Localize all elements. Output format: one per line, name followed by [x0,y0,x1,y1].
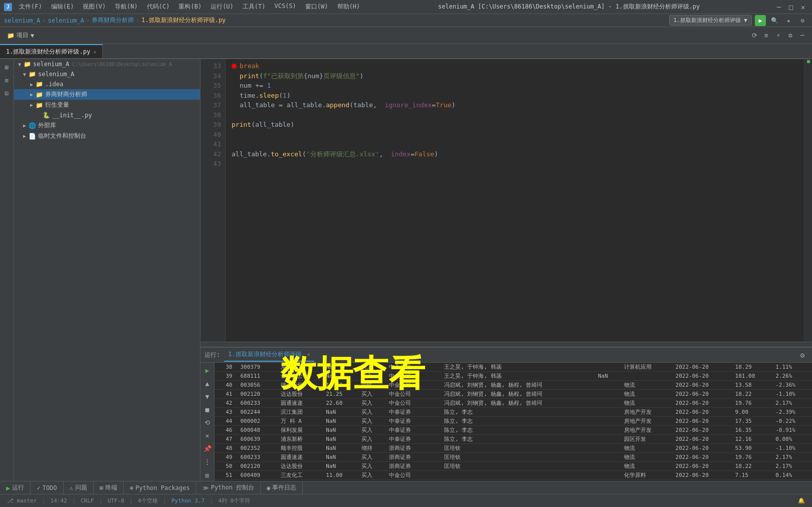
tree-item-selenium-a[interactable]: ▼ 📁 selenium_A [14,69,200,79]
status-chars[interactable]: 4列 0个字符 [215,497,253,504]
tree-label-external: 外部库 [38,121,56,130]
stop-icon[interactable]: ■ [202,404,213,415]
pin-icon[interactable]: 📌 [202,443,213,454]
collapse-icon[interactable]: ─ [797,30,808,41]
bottom-tab-terminal[interactable]: ⊞ 终端 [94,481,124,494]
bottom-tab-python-console[interactable]: ≫ Python 控制台 [196,481,261,494]
status-crlf[interactable]: CRLF [78,497,97,504]
settings-run-icon[interactable]: ⚙ [797,350,808,361]
run-button[interactable]: ▶ [755,15,766,26]
menu-run[interactable]: 运行(U) [207,2,238,12]
code-line-34: print(f"已获取到第{num}页评级信息") [232,71,798,81]
scroll-up-icon[interactable]: ▲ [202,378,213,389]
tree-label-root: selenium_A [33,61,69,68]
settings-button[interactable]: ⚙ [797,15,808,26]
run-config-dropdown[interactable]: 1.抓取新浪财经分析师评级 ▼ [669,15,752,26]
bottom-tab-terminal-label: 终端 [105,483,117,492]
bottom-tab-event-log[interactable]: ◉ 事件日志 [261,481,303,494]
sync-icon[interactable]: ⟳ [749,30,760,41]
run-tab-label: 1.抓取新浪财经分析师评级 [228,351,301,358]
table-row: 46600048保利发展NaN买入中泰证券陈立, 李志房地产开发2022-06-… [215,426,812,435]
tree-item-quanshang[interactable]: ▶ 📁 券商财商分析师 [14,89,200,100]
align-icon[interactable]: ≡ [761,30,772,41]
tree-arrow-yansheng: ▶ [28,102,35,109]
bottom-tab-run[interactable]: ▶ 运行 [0,481,31,494]
run-controls: 1.抓取新浪财经分析师评级 ▼ ▶ 🔍 ★ ⚙ [669,15,808,26]
bottom-tab-python-packages[interactable]: ⊕ Python Packages [124,481,196,494]
more-icon[interactable]: ⋮ [202,456,213,467]
status-indent[interactable]: 4个空格 [135,497,161,504]
minimize-button[interactable]: ─ [774,2,784,12]
gear-icon[interactable]: ⚙ [785,30,796,41]
horizontal-scrollbar[interactable] [200,342,812,347]
status-line-col[interactable]: 14:42 [48,497,70,504]
menu-code[interactable]: 代码(C) [143,2,174,12]
title-bar-menu: 文件(F) 编辑(E) 视图(V) 导航(N) 代码(C) 重构(B) 运行(U… [15,2,364,12]
project-text: 项目 [17,31,29,40]
breadcrumb-item-3[interactable]: 券商财商分析师 [92,16,134,25]
tree-item-external[interactable]: ▶ 🌐 外部库 [14,120,200,131]
close-button[interactable]: ✕ [798,2,808,12]
tree-label-yansheng: 衍生变量 [45,101,69,109]
tree-arrow-external: ▶ [21,122,28,129]
scroll-down-icon[interactable]: ▼ [202,391,213,402]
right-gutter [804,59,812,342]
menu-vcs[interactable]: VCS(S) [271,2,300,12]
status-python-version[interactable]: Python 3.7 [168,497,208,504]
menu-file[interactable]: 文件(F) [15,2,46,12]
python-packages-icon: ⊕ [130,484,133,491]
expand-run-icon[interactable]: ⊞ [202,470,213,481]
status-charset[interactable]: UTF-8 [105,497,127,504]
tree-item-idea[interactable]: ▶ 📁 .idea [14,79,200,89]
run-panel-controls: ⚙ [797,350,808,361]
sidebar-icon-2[interactable]: ≡ [1,74,13,86]
project-label: 📁 [7,32,15,39]
menu-navigate[interactable]: 导航(N) [111,2,142,12]
menu-window[interactable]: 窗口(W) [301,2,332,12]
tree-item-root[interactable]: ▼ 📁 selenium_A C:\Users\86186\Desktop\se… [14,59,200,69]
run-label: 运行: [205,351,220,359]
sidebar-icon-3[interactable]: ⊡ [1,87,13,99]
editor-tab-bar: 1.抓取新浪财经分析师评级.py ✕ [0,44,812,59]
search-button[interactable]: 🔍 [769,15,780,26]
menu-view[interactable]: 视图(V) [79,2,110,12]
sidebar-icon-1[interactable]: ⊞ [1,61,13,73]
tree-label-quanshang: 券商财商分析师 [45,90,87,99]
table-row: 38300379东 方 通NaN买入中金公司王之昊, 于钟海, 韩菡计算机应用2… [215,363,812,372]
bookmark-button[interactable]: ★ [783,15,794,26]
rerun-icon[interactable]: ⟲ [202,417,213,428]
table-row: 43002244滨江集团NaN买入中泰证券陈立, 李志房地产开发2022-06-… [215,408,812,417]
close-run-icon[interactable]: ✕ [202,430,213,441]
bottom-tab-problems-label: 问题 [75,483,87,492]
menu-edit[interactable]: 编辑(E) [47,2,78,12]
tree-item-yansheng[interactable]: ▶ 📁 衍生变量 [14,100,200,110]
tab-label: 1.抓取新浪财经分析师评级.py [6,48,90,56]
play-run-icon[interactable]: ▶ [202,365,213,376]
tab-close-icon[interactable]: ✕ [93,49,96,55]
tab-main-file[interactable]: 1.抓取新浪财经分析师评级.py ✕ [0,44,103,58]
menu-refactor[interactable]: 重构(B) [174,2,206,12]
run-tab-close-icon[interactable]: ✕ [307,352,310,357]
menu-tools[interactable]: 工具(T) [239,2,270,12]
tree-label-temp: 临时文件和控制台 [38,132,86,140]
bottom-tab-python-packages-label: Python Packages [135,484,189,491]
project-button[interactable]: 📁 项目 ▼ [4,30,37,41]
tree-item-init[interactable]: ▶ 🐍 __init__.py [14,110,200,120]
bottom-tab-problems[interactable]: ⚠ 问题 [64,481,94,494]
sidebar-icon-panel: ⊞ ≡ ⊡ [0,59,14,507]
status-git[interactable]: ⎇ master [4,497,40,504]
breadcrumb-item-1[interactable]: selenium_A [4,17,40,24]
tree-arrow-root: ▼ [16,61,23,68]
status-notifications[interactable]: 🔔 [795,497,808,504]
run-tab-main[interactable]: 1.抓取新浪财经分析师评级 ✕ [224,348,314,362]
table-row: 49600233圆通速递NaN买入浙商证券匡培钦物流2022-06-2019.7… [215,453,812,462]
breadcrumb-item-2[interactable]: selenium_A [48,17,84,24]
code-line-36: time.sleep(1) [232,91,798,101]
code-text-area[interactable]: break print(f"已获取到第{num}页评级信息") num += 1… [226,59,804,342]
filter-icon[interactable]: ⚡ [773,30,784,41]
tree-item-temp[interactable]: ▶ 📄 临时文件和控制台 [14,131,200,141]
restore-button[interactable]: □ [786,2,796,12]
bottom-tab-todo[interactable]: ✓ TODO [31,481,63,494]
breadcrumb-bar: selenium_A › selenium_A › 券商财商分析师 › 1.抓取… [0,14,812,27]
menu-help[interactable]: 帮助(H) [333,2,364,12]
